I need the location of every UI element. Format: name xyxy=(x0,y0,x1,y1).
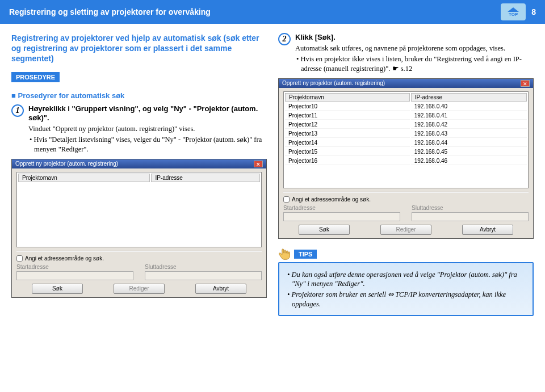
end-input[interactable] xyxy=(145,271,262,280)
dialog-results: Opprett ny projektor (autom. registrerin… xyxy=(278,78,534,239)
table-row[interactable]: Projector14192.168.0.44 xyxy=(285,139,527,147)
check-label: Angi et adresseområde og søk. xyxy=(25,255,104,262)
right-column: 2 Klikk [Søk]. Automatisk søk utføres, o… xyxy=(278,33,534,316)
cell-name: Projector12 xyxy=(285,121,410,129)
projector-table: Projektornavn IP-adresse Projector10192.… xyxy=(283,91,529,188)
step-number-2: 2 xyxy=(278,33,291,45)
step-1-line1: Vinduet "Opprett ny projektor (autom. re… xyxy=(28,124,267,134)
cell-ip: 192.168.0.45 xyxy=(411,148,527,156)
tips-section: TIPS Du kan også utføre denne operasjone… xyxy=(278,248,534,317)
sub-heading: Prosedyrer for automatisk søk xyxy=(11,91,267,100)
tip-1: Du kan også utføre denne operasjonen ved… xyxy=(286,270,526,289)
start-input[interactable] xyxy=(16,271,133,280)
edit-button[interactable]: Rediger xyxy=(114,284,165,294)
table-row[interactable]: Projector12192.168.0.42 xyxy=(285,121,527,129)
table-row[interactable]: Projector13192.168.0.43 xyxy=(285,130,527,138)
cell-name: Projector13 xyxy=(285,130,410,138)
section-title: Registrering av projektorer ved hjelp av… xyxy=(11,33,267,64)
cell-name: Projector16 xyxy=(285,157,410,165)
table-row[interactable]: Projector10192.168.0.40 xyxy=(285,103,527,111)
step-1-title: Høyreklikk i "Gruppert visning", og velg… xyxy=(28,104,267,124)
house-icon xyxy=(508,7,519,12)
address-range-check[interactable]: Angi et adresseområde og søk. xyxy=(283,196,529,203)
col-ip: IP-adresse xyxy=(151,174,260,182)
close-icon[interactable]: ✕ xyxy=(521,80,530,87)
edit-button[interactable]: Rediger xyxy=(380,225,431,235)
hand-point-icon xyxy=(278,248,291,260)
end-label: Sluttadresse xyxy=(412,205,529,211)
cell-ip: 192.168.0.40 xyxy=(411,103,527,111)
cell-ip: 192.168.0.46 xyxy=(411,157,527,165)
cancel-button[interactable]: Avbryt xyxy=(462,225,513,235)
cell-ip: 192.168.0.42 xyxy=(411,121,527,129)
cell-name: Projector15 xyxy=(285,148,410,156)
checkbox[interactable] xyxy=(283,196,290,203)
col-name: Projektornavn xyxy=(285,93,410,102)
check-label: Angi et adresseområde og søk. xyxy=(292,196,371,203)
top-label: TOP xyxy=(509,12,518,17)
checkbox[interactable] xyxy=(16,255,23,262)
page-number: 8 xyxy=(531,7,536,16)
dialog-title: Opprett ny projektor (autom. registrerin… xyxy=(282,80,385,86)
procedure-badge: PROSEDYRE xyxy=(11,72,60,82)
start-input[interactable] xyxy=(283,212,400,221)
cancel-button[interactable]: Avbryt xyxy=(195,284,246,294)
step-2-title: Klikk [Søk]. xyxy=(295,33,534,43)
cell-ip: 192.168.0.43 xyxy=(411,130,527,138)
end-input[interactable] xyxy=(412,212,529,221)
cell-name: Projector10 xyxy=(285,103,410,111)
end-label: Sluttadresse xyxy=(145,264,262,270)
left-column: Registrering av projektorer ved hjelp av… xyxy=(11,33,267,316)
address-range-check[interactable]: Angi et adresseområde og søk. xyxy=(16,255,262,262)
top-badge[interactable]: TOP xyxy=(501,3,526,20)
tip-2: Projektorer som bruker en seriell ⇔ TCP/… xyxy=(286,290,526,309)
dialog-empty: Opprett ny projektor (autom. registrerin… xyxy=(11,159,267,298)
dialog-titlebar: Opprett ny projektor (autom. registrerin… xyxy=(279,79,533,88)
search-button[interactable]: Søk xyxy=(32,284,83,294)
search-button[interactable]: Søk xyxy=(299,225,350,235)
dialog-titlebar: Opprett ny projektor (autom. registrerin… xyxy=(12,159,266,168)
tips-box: Du kan også utføre denne operasjonen ved… xyxy=(278,262,534,317)
projector-table: Projektornavn IP-adresse xyxy=(16,172,262,247)
tips-label: TIPS xyxy=(294,250,317,259)
start-label: Startadresse xyxy=(283,205,400,211)
col-name: Projektornavn xyxy=(18,174,150,182)
cell-name: Projector11 xyxy=(285,112,410,120)
cell-ip: 192.168.0.41 xyxy=(411,112,527,120)
step-1-line2: Hvis "Detaljert listevisning" vises, vel… xyxy=(28,135,267,154)
cell-ip: 192.168.0.44 xyxy=(411,139,527,147)
step-2-line2: Hvis en projektor ikke vises i listen, b… xyxy=(295,54,534,74)
dialog-title: Opprett ny projektor (autom. registrerin… xyxy=(15,161,118,167)
table-row[interactable]: Projector11192.168.0.41 xyxy=(285,112,527,120)
step-1: 1 Høyreklikk i "Gruppert visning", og ve… xyxy=(11,104,267,154)
col-ip: IP-adresse xyxy=(411,93,527,102)
start-label: Startadresse xyxy=(16,264,133,270)
table-row[interactable]: Projector15192.168.0.45 xyxy=(285,148,527,156)
cell-name: Projector14 xyxy=(285,139,410,147)
step-2-line1: Automatisk søk utføres, og navnene på pr… xyxy=(295,44,534,53)
table-row[interactable]: Projector16192.168.0.46 xyxy=(285,157,527,165)
header-title: Registrering og sletting av projektorer … xyxy=(9,7,211,16)
close-icon[interactable]: ✕ xyxy=(254,161,263,167)
step-2: 2 Klikk [Søk]. Automatisk søk utføres, o… xyxy=(278,33,534,74)
step-number-1: 1 xyxy=(11,104,24,117)
page-header: Registrering og sletting av projektorer … xyxy=(0,0,545,24)
